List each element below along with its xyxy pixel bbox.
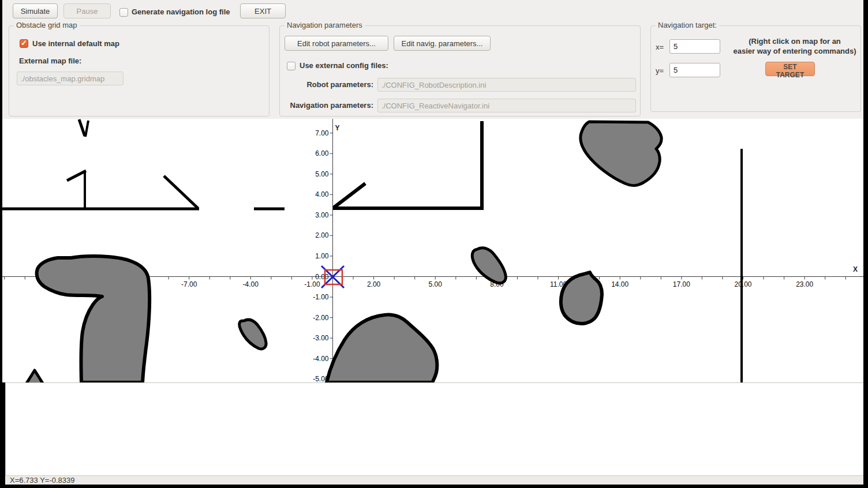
pause-button[interactable]: Pause bbox=[63, 3, 111, 18]
wall-segment bbox=[85, 121, 88, 137]
obstacle-grid-map-group: Obstacle grid map Use internal default m… bbox=[9, 25, 270, 117]
navigation-parameters-field[interactable] bbox=[377, 99, 636, 112]
simulate-button[interactable]: Simulate bbox=[13, 3, 58, 18]
nav-target-group-title: Navigation target: bbox=[656, 21, 719, 29]
use-external-config-checkbox[interactable] bbox=[287, 62, 295, 70]
wall-segment bbox=[67, 171, 86, 181]
use-internal-map-label: Use internal default map bbox=[32, 39, 119, 48]
wall-segment bbox=[164, 176, 198, 208]
obstacle-peak-bottom-left bbox=[26, 370, 43, 382]
obstacle-bean-mid-right bbox=[472, 248, 506, 283]
obstacle-blob-left-hook bbox=[37, 256, 149, 382]
y-tick-label: 2.00 bbox=[315, 231, 329, 239]
y-tick-label: 3.00 bbox=[315, 211, 329, 219]
wall-segment bbox=[79, 119, 85, 136]
y-tick-label: 6.00 bbox=[315, 149, 329, 157]
y-tick-label: -3.00 bbox=[313, 334, 329, 342]
external-map-file-field[interactable] bbox=[17, 72, 124, 85]
y-tick-label: 4.00 bbox=[315, 190, 329, 198]
cursor-coordinates: X=6.733 Y=-0.8339 bbox=[10, 476, 75, 485]
target-x-label: x= bbox=[656, 43, 664, 51]
y-tick-label: 1.00 bbox=[315, 252, 329, 260]
map-canvas[interactable]: -13.00-10.00-7.00-4.00-1.002.005.008.001… bbox=[2, 119, 863, 382]
navigation-parameters-group: Navigation parameters Edit robot paramet… bbox=[279, 25, 641, 117]
robot-parameters-label: Robot parameters: bbox=[280, 80, 373, 89]
obstacle-blob-top-right bbox=[581, 122, 661, 186]
lower-empty-panel bbox=[5, 382, 863, 475]
right-click-hint-line2: easier way of entering commands) bbox=[733, 47, 856, 55]
x-tick-label: -4.00 bbox=[243, 280, 259, 288]
x-tick-label: 2.00 bbox=[367, 280, 381, 288]
obstacle-blob-right-below-axis bbox=[561, 272, 602, 324]
target-y-input[interactable] bbox=[669, 63, 720, 77]
generate-log-checkbox[interactable] bbox=[119, 8, 128, 17]
use-external-config-label: Use external config files: bbox=[300, 61, 388, 70]
exit-button[interactable]: EXIT bbox=[240, 3, 286, 18]
x-tick-label: -7.00 bbox=[181, 280, 197, 288]
edit-robot-parameters-button[interactable]: Edit robot parameters... bbox=[285, 36, 388, 51]
status-bar: X=6.733 Y=-0.8339 bbox=[5, 475, 863, 485]
y-tick-label: 5.00 bbox=[315, 170, 329, 178]
y-tick-label: 0.00 bbox=[315, 273, 329, 281]
y-tick-label: -1.00 bbox=[313, 293, 329, 301]
x-tick-label: 20.00 bbox=[734, 280, 751, 288]
target-y-label: y= bbox=[656, 66, 664, 75]
y-tick-label: 7.00 bbox=[315, 129, 329, 137]
obstacle-blob-bottom-center bbox=[327, 315, 437, 382]
map-plot-area[interactable]: -13.00-10.00-7.00-4.00-1.002.005.008.001… bbox=[2, 119, 863, 382]
x-tick-label: 5.00 bbox=[429, 280, 443, 288]
x-axis-title: X bbox=[853, 265, 858, 273]
generate-log-label: Generate navigation log file bbox=[132, 7, 230, 16]
obstacle-group-title: Obstacle grid map bbox=[14, 21, 80, 29]
right-click-hint: (Right click on map for an easier way of… bbox=[729, 36, 860, 56]
use-internal-map-checkbox[interactable] bbox=[20, 39, 28, 48]
obstacle-bean-small-left bbox=[240, 320, 266, 349]
external-map-file-label: External map file: bbox=[19, 57, 81, 65]
x-tick-label: 23.00 bbox=[796, 280, 813, 288]
x-tick-label: -1.00 bbox=[304, 280, 320, 288]
edit-navig-parameters-button[interactable]: Edit navig. parameters... bbox=[394, 36, 491, 51]
robot-parameters-field[interactable] bbox=[377, 78, 636, 92]
x-tick-label: 17.00 bbox=[673, 280, 690, 288]
nav-params-group-title: Navigation parameters bbox=[285, 21, 365, 29]
right-click-hint-line1: (Right click on map for an bbox=[749, 37, 841, 46]
y-tick-label: -2.00 bbox=[313, 314, 329, 322]
y-tick-label: -4.00 bbox=[313, 355, 329, 363]
navigation-target-group: Navigation target: x= y= (Right click on… bbox=[650, 25, 861, 112]
y-axis-title: Y bbox=[335, 124, 340, 132]
navigation-parameters-label: Navigation parameters: bbox=[280, 101, 373, 110]
wall-segment bbox=[334, 183, 365, 208]
x-tick-label: 14.00 bbox=[611, 280, 628, 288]
set-target-button[interactable]: SET TARGET bbox=[765, 62, 815, 76]
top-panel: Simulate Pause Generate navigation log f… bbox=[2, 0, 863, 119]
target-x-input[interactable] bbox=[669, 39, 720, 54]
